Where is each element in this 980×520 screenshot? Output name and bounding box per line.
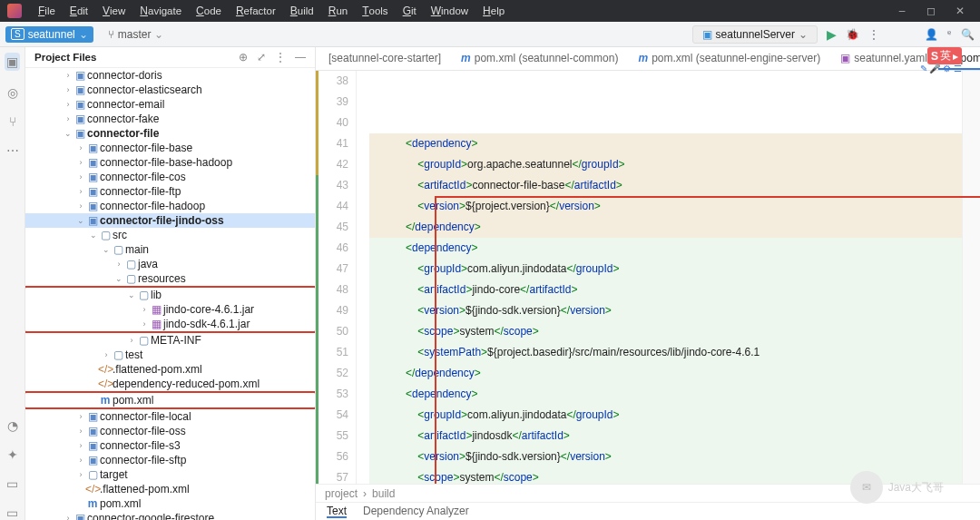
tree-row[interactable]: ›▦ jindo-sdk-4.6.1.jar [25, 317, 315, 331]
menu-build[interactable]: Build [283, 3, 321, 19]
tree-twisty-icon[interactable]: › [76, 143, 85, 152]
code-line[interactable]: <scope>system</scope> [369, 467, 962, 484]
tree-row[interactable]: ›▢ test [25, 348, 315, 362]
vcs-tool-button[interactable]: ⑂ [9, 114, 16, 129]
menu-refactor[interactable]: Refactor [229, 3, 283, 19]
tree-row[interactable]: ›▣ connector-file-oss [25, 424, 315, 438]
menu-edit[interactable]: Edit [63, 3, 95, 19]
tree-twisty-icon[interactable]: › [127, 336, 136, 345]
tree-row[interactable]: ›▢ java [25, 257, 315, 271]
run-button[interactable]: ▶ [827, 27, 837, 42]
tree-row[interactable]: ›▣ connector-fake [25, 112, 315, 126]
tree-twisty-icon[interactable]: › [76, 470, 85, 479]
minimize-button[interactable]: – [889, 5, 915, 17]
tree-row[interactable]: ›▣ connector-google-firestore [25, 511, 315, 520]
menu-git[interactable]: Git [396, 3, 424, 19]
editor-tab[interactable]: mpom.xml (seatunnel-engine-server) [629, 48, 829, 70]
tree-row[interactable]: ›▣ connector-doris [25, 68, 315, 83]
tree-twisty-icon[interactable]: ⌄ [127, 290, 136, 299]
tree-row[interactable]: ›▣ connector-elasticsearch [25, 83, 315, 97]
problems-tool-button[interactable]: ▭ [6, 476, 18, 491]
tree-twisty-icon[interactable]: › [64, 514, 73, 520]
tree-row[interactable]: ›▢ target [25, 467, 315, 482]
code-line[interactable]: <artifactId>jindo-core</artifactId> [369, 280, 962, 300]
tree-row[interactable]: ›▣ connector-file-ftp [25, 184, 315, 199]
code-line[interactable]: <groupId>org.apache.seatunnel</groupId> [369, 154, 962, 175]
more-actions-button[interactable]: ⋮ [868, 28, 879, 41]
tree-twisty-icon[interactable]: › [76, 201, 85, 211]
tree-row[interactable]: m pom.xml [25, 496, 315, 511]
menu-window[interactable]: Window [424, 3, 475, 19]
maximize-button[interactable]: ◻ [918, 5, 944, 17]
run-configuration[interactable]: ▣seatunnelServer⌄ [692, 25, 818, 44]
code-line[interactable]: <version>${project.version}</version> [369, 196, 962, 217]
tree-twisty-icon[interactable]: › [64, 71, 73, 80]
tree-row[interactable]: ›▣ connector-file-hadoop [25, 199, 315, 213]
tree-row[interactable]: ⌄▢ lib [25, 288, 315, 302]
tree-row[interactable]: </> dependency-reduced-pom.xml [25, 377, 315, 391]
tree-twisty-icon[interactable]: › [64, 100, 73, 109]
tree-row[interactable]: m pom.xml [25, 393, 315, 407]
tree-twisty-icon[interactable]: › [140, 305, 149, 314]
tab-text[interactable]: Text [327, 505, 347, 518]
tree-twisty-icon[interactable]: › [76, 187, 85, 196]
tree-row[interactable]: ›▣ connector-file-sftp [25, 453, 315, 467]
tree-row[interactable]: ⌄▣ connector-file-jindo-oss [25, 213, 315, 228]
code-line[interactable]: <groupId>com.aliyun.jindodata</groupId> [369, 405, 962, 426]
code-body[interactable]: <dependency> <groupId>org.apache.seatunn… [357, 71, 962, 484]
account-icon[interactable]: 👤 [925, 28, 938, 41]
bookmarks-tool-button[interactable]: ✦ [7, 447, 18, 462]
tree-row[interactable]: ›▣ connector-file-cos [25, 170, 315, 184]
tree-twisty-icon[interactable]: › [76, 412, 85, 421]
code-line[interactable]: <dependency> [369, 238, 962, 259]
menu-navigate[interactable]: Navigate [132, 3, 189, 19]
editor-tab[interactable]: [seatunnel-core-starter] [319, 48, 450, 70]
tree-row[interactable]: ›▣ connector-file-base [25, 141, 315, 155]
code-line[interactable]: <systemPath>${project.basedir}/src/main/… [369, 342, 962, 363]
code-line[interactable]: <scope>system</scope> [369, 321, 962, 342]
code-line[interactable]: <groupId>com.aliyun.jindodata</groupId> [369, 259, 962, 280]
tree-twisty-icon[interactable]: ⌄ [114, 274, 123, 283]
code-line[interactable]: </dependency> [369, 363, 962, 384]
tree-row[interactable]: ›▣ connector-file-local [25, 409, 315, 424]
ime-indicator[interactable]: S英▸ [927, 47, 962, 64]
code-line[interactable]: <dependency> [369, 384, 962, 405]
tree-row[interactable]: ⌄▢ main [25, 242, 315, 257]
tree-twisty-icon[interactable]: › [64, 114, 73, 123]
tree-row[interactable]: ›▦ jindo-core-4.6.1.jar [25, 302, 315, 317]
tree-twisty-icon[interactable]: › [76, 427, 85, 436]
tree-twisty-icon[interactable]: › [76, 158, 85, 167]
editor-tab[interactable]: mpom.xml (seatunnel-common) [452, 48, 627, 70]
services-tool-button[interactable]: ◔ [7, 418, 18, 433]
project-selector[interactable]: Sseatunnel⌄ [5, 26, 93, 43]
tree-row[interactable]: ›▢ META-INF [25, 333, 315, 348]
collapse-all-button[interactable]: ⋮ [275, 51, 286, 64]
hide-panel-button[interactable]: — [295, 51, 306, 64]
tree-twisty-icon[interactable]: ⌄ [64, 129, 73, 138]
ide-updates-icon[interactable]: ᵄ [947, 28, 952, 41]
menu-view[interactable]: View [95, 3, 132, 19]
code-line[interactable]: <artifactId>jindosdk</artifactId> [369, 426, 962, 446]
close-button[interactable]: ✕ [947, 5, 973, 17]
menu-tools[interactable]: Tools [355, 3, 395, 19]
tree-twisty-icon[interactable]: › [64, 85, 73, 94]
tree-row[interactable]: ⌄▢ resources [25, 271, 315, 286]
menu-run[interactable]: Run [321, 3, 355, 19]
code-line[interactable]: <version>${jindo-sdk.version}</version> [369, 446, 962, 467]
tree-twisty-icon[interactable]: › [76, 441, 85, 450]
tree-twisty-icon[interactable]: › [102, 350, 111, 359]
code-line[interactable]: <dependency> [369, 133, 962, 154]
tree-twisty-icon[interactable]: › [76, 456, 85, 465]
terminal-tool-button[interactable]: ▭ [6, 505, 18, 520]
project-tree[interactable]: ›▣ connector-doris›▣ connector-elasticse… [25, 68, 315, 520]
tree-row[interactable]: ⌄▣ connector-file [25, 126, 315, 141]
tree-row[interactable]: ⌄▢ src [25, 228, 315, 242]
tree-twisty-icon[interactable]: ⌄ [76, 216, 85, 225]
tab-dependency-analyzer[interactable]: Dependency Analyzer [363, 505, 469, 518]
editor-scrollbar[interactable] [962, 71, 980, 484]
project-tool-button[interactable]: ▣ [5, 53, 20, 71]
tree-twisty-icon[interactable]: ⌄ [89, 231, 98, 240]
menu-help[interactable]: Help [475, 3, 512, 19]
select-opened-file-button[interactable]: ⊕ [239, 51, 248, 64]
structure-tool-button[interactable]: ⋯ [6, 143, 19, 158]
